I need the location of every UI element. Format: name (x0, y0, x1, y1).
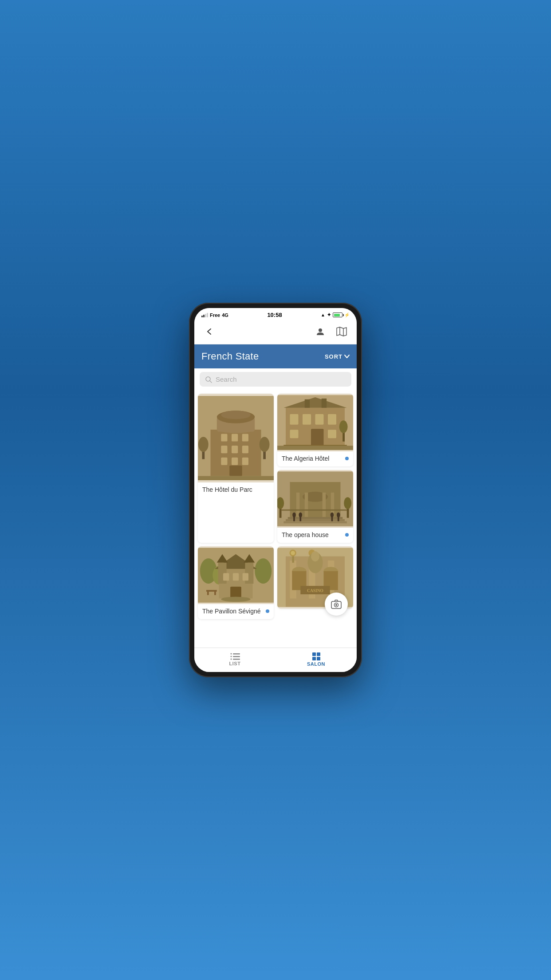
battery-indicator (333, 312, 342, 317)
svg-rect-53 (283, 521, 347, 523)
svg-rect-48 (305, 493, 308, 518)
status-bar: Free 4G 10:58 ▲ ✦ ⚡ (194, 308, 357, 320)
svg-point-25 (260, 437, 270, 452)
signal-bar-1 (201, 316, 203, 317)
svg-rect-108 (233, 653, 240, 655)
svg-rect-33 (303, 414, 311, 425)
svg-rect-110 (233, 656, 240, 657)
svg-text:CASINO: CASINO (307, 589, 323, 593)
sort-button[interactable]: SORT (325, 353, 350, 360)
card-hotel-parc[interactable]: The Hôtel du Parc (198, 394, 274, 543)
tab-salon-label: SALON (307, 661, 325, 667)
svg-rect-79 (243, 573, 248, 581)
sort-label: SORT (325, 353, 342, 360)
svg-point-63 (331, 512, 334, 517)
status-left: Free 4G (201, 312, 228, 318)
phone-frame: Free 4G 10:58 ▲ ✦ ⚡ (189, 303, 362, 677)
location-icon: ▲ (321, 312, 325, 317)
svg-rect-83 (206, 590, 217, 592)
status-right: ▲ ✦ ⚡ (321, 312, 350, 318)
svg-rect-31 (322, 399, 327, 408)
svg-point-69 (255, 558, 272, 584)
svg-rect-18 (221, 458, 227, 465)
signal-bar-4 (207, 313, 208, 317)
svg-rect-16 (232, 446, 238, 453)
svg-rect-36 (290, 430, 299, 438)
signal-bar-3 (205, 314, 206, 317)
svg-point-58 (344, 497, 351, 509)
svg-rect-15 (221, 446, 227, 453)
svg-rect-14 (242, 434, 248, 442)
svg-rect-42 (277, 446, 353, 450)
tab-list[interactable]: LIST (194, 648, 276, 672)
opera-illustration (277, 470, 353, 528)
card-dot-opera (345, 533, 349, 537)
svg-point-103 (311, 551, 319, 561)
card-title-opera: The opera house (282, 531, 345, 538)
card-algeria[interactable]: The Algeria Hôtel (277, 394, 353, 466)
svg-point-106 (335, 604, 337, 606)
svg-point-65 (337, 512, 340, 517)
battery-fill (334, 314, 340, 316)
bottom-tabs: LIST SALON (194, 648, 357, 672)
right-column: The Algeria Hôtel (277, 394, 353, 543)
camera-icon (331, 599, 342, 609)
card-img-pavillon (198, 546, 274, 604)
svg-rect-32 (290, 414, 299, 425)
svg-rect-77 (223, 573, 229, 581)
svg-rect-78 (233, 573, 239, 581)
svg-rect-84 (207, 592, 209, 595)
list-icon (230, 653, 240, 660)
card-img-opera (277, 470, 353, 528)
card-body-pavillon: The Pavillon Sévigné (198, 604, 274, 619)
card-img-hotel-parc (198, 394, 274, 482)
back-arrow-icon (205, 327, 214, 336)
card-img-algeria (277, 394, 353, 451)
top-nav (194, 320, 357, 344)
salon-grid-icon (312, 652, 320, 660)
page-header: French State SORT (194, 344, 357, 368)
signal-bar-2 (203, 315, 205, 317)
network-label: 4G (222, 312, 228, 318)
camera-fab-button[interactable] (325, 593, 348, 616)
svg-rect-26 (198, 476, 274, 481)
svg-point-40 (339, 420, 348, 433)
svg-rect-17 (242, 446, 248, 453)
search-input-wrap[interactable]: Search (200, 372, 351, 387)
tab-salon[interactable]: SALON (276, 648, 357, 672)
back-button[interactable] (201, 324, 217, 340)
svg-rect-20 (242, 458, 248, 465)
svg-point-111 (230, 659, 232, 660)
svg-point-93 (291, 551, 295, 555)
card-opera[interactable]: The opera house (277, 470, 353, 543)
charging-icon: ⚡ (344, 312, 350, 317)
svg-rect-12 (221, 434, 227, 442)
bluetooth-icon: ✦ (327, 312, 331, 318)
svg-point-23 (198, 437, 209, 452)
carrier-label: Free (210, 312, 220, 318)
page-title: French State (201, 351, 259, 362)
card-title-hotel-parc: The Hôtel du Parc (202, 486, 269, 493)
profile-button[interactable] (312, 324, 328, 340)
signal-bars (201, 313, 208, 317)
svg-marker-1 (337, 327, 346, 336)
card-body-hotel-parc: The Hôtel du Parc (198, 482, 274, 498)
svg-rect-66 (338, 517, 339, 522)
search-placeholder: Search (216, 375, 237, 383)
svg-rect-85 (214, 592, 216, 595)
map-icon (336, 327, 347, 336)
svg-point-61 (299, 512, 302, 517)
map-button[interactable] (334, 324, 350, 340)
card-body-algeria: The Algeria Hôtel (277, 451, 353, 466)
card-dot-pavillon (266, 609, 269, 613)
pavillon-illustration (198, 546, 274, 604)
svg-rect-60 (293, 517, 295, 522)
hotel-parc-illustration (198, 394, 274, 482)
nav-right-icons (312, 324, 350, 340)
card-pavillon[interactable]: The Pavillon Sévigné (198, 546, 274, 619)
svg-rect-64 (331, 517, 333, 522)
phone-screen: Free 4G 10:58 ▲ ✦ ⚡ (194, 308, 357, 672)
svg-rect-19 (232, 458, 238, 465)
person-icon (315, 327, 325, 336)
svg-line-5 (210, 381, 212, 383)
